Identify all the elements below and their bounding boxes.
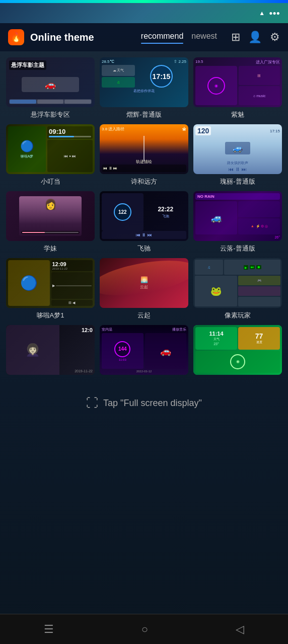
theme-item-10[interactable]: 🔵 12:09 2019-11-22 ▶ ⊞ ◀ 哆啦A梦 <box>6 258 95 320</box>
theme-item-3[interactable]: 19.5进入广深专区 ◉ ⊞ ♫ music <box>193 57 282 119</box>
theme-label-7: 学妹 <box>44 244 57 253</box>
theme-label-8: 飞驰 <box>137 244 151 253</box>
theme-thumbnail-15: 11:14 天气 23° 77 速度 ◉ <box>193 325 282 375</box>
theme-item-5[interactable]: 3.8 进入路径🛣 轨迹描绘 ⏮ ⏸ ⏭ 诗和远方 <box>100 124 188 186</box>
fullscreen-icon: ⛶ <box>86 396 98 410</box>
bottom-nav: ☰ ○ ◁ <box>0 614 288 644</box>
theme-thumbnail-14: 室内温 播放音乐 144 11:03 🚗 2022-03-12 <box>100 325 188 375</box>
tab-newest[interactable]: newest <box>191 32 217 43</box>
theme-item-9[interactable]: NO RAIN 🚙 🔺 ⚡ ⚙ ◎ 26° 云落-普通版 <box>193 191 282 253</box>
theme-item-4[interactable]: 🔵 哆啦A梦 09:10 ⏮ ▶ ⏭ 小叮当 <box>6 124 95 186</box>
settings-icon[interactable]: ⚙ <box>270 31 280 44</box>
nav-menu-button[interactable]: ☰ <box>34 618 64 641</box>
theme-label-12: 像素玩家 <box>225 311 251 320</box>
theme-item-1[interactable]: 悬浮车影主题 🚗 悬浮车影专区 <box>6 57 95 119</box>
theme-thumbnail-5: 3.8 进入路径🛣 轨迹描绘 ⏮ ⏸ ⏭ <box>100 124 188 174</box>
theme-inner-1: 悬浮车影主题 🚗 <box>6 57 95 107</box>
theme-item-6[interactable]: 120 17:15 🚙 路女孩的歌声 ⏮ ⏸ ⏭ 瑰丽-普通版 <box>193 124 282 186</box>
grid-icon[interactable]: ⊞ <box>231 31 240 44</box>
app-logo: 🔥 <box>8 29 24 45</box>
theme-thumbnail-13: 👩‍🦱 12:0 2019-11-22 <box>6 325 95 375</box>
nav-home-button[interactable]: ○ <box>131 618 158 641</box>
theme-thumbnail-6: 120 17:15 🚙 路女孩的歌声 ⏮ ⏸ ⏭ <box>193 124 282 174</box>
theme-thumbnail-11: 🌅 云起 <box>100 258 188 308</box>
theme-thumbnail-7: 👩 <box>6 191 95 241</box>
theme-thumbnail-9: NO RAIN 🚙 🔺 ⚡ ⚙ ◎ 26° <box>193 191 282 241</box>
header: 🔥 Online theme recommend newest ⊞ 👤 ⚙ <box>0 23 288 51</box>
theme-thumbnail-2: 28.5℃⇧ 2.25 ☁ 天气 ♫ 17:15 <box>100 57 188 107</box>
theme-thumbnail-1: 悬浮车影主题 🚗 <box>6 57 95 107</box>
theme-thumbnail-12: ♫ ▶ ⏭ ⏹ 🐸 🎮 <box>193 258 282 308</box>
theme-label-1: 悬浮车影专区 <box>31 110 70 119</box>
theme-label-6: 瑰丽-普通版 <box>220 177 255 186</box>
theme-item-15[interactable]: 11:14 天气 23° 77 速度 ◉ <box>193 325 282 378</box>
status-icons: ▲ ●●● <box>259 10 280 17</box>
fullscreen-prompt[interactable]: ⛶ Tap "Full screen display" <box>0 384 288 422</box>
theme-thumbnail-10: 🔵 12:09 2019-11-22 ▶ ⊞ ◀ <box>6 258 95 308</box>
user-icon[interactable]: 👤 <box>248 31 262 44</box>
theme-label-5: 诗和远方 <box>131 177 157 186</box>
theme-item-13[interactable]: 👩‍🦱 12:0 2019-11-22 <box>6 325 95 378</box>
theme-thumbnail-8: 122 22:22 飞驰 ⏮ ⏸ ⏭ <box>100 191 188 241</box>
fullscreen-text: Tap "Full screen display" <box>103 398 202 409</box>
theme-label-11: 云起 <box>137 311 151 320</box>
theme-thumbnail-4: 🔵 哆啦A梦 09:10 ⏮ ▶ ⏭ <box>6 124 95 174</box>
header-tabs: recommend newest <box>141 32 217 43</box>
theme-label-3: 紫魅 <box>231 110 244 119</box>
theme-thumbnail-3: 19.5进入广深专区 ◉ ⊞ ♫ music <box>193 57 282 107</box>
nav-back-button[interactable]: ◁ <box>226 618 254 641</box>
app-title: Online theme <box>30 32 94 43</box>
theme-item-11[interactable]: 🌅 云起 云起 <box>100 258 188 320</box>
logo-icon: 🔥 <box>11 32 22 43</box>
theme-label-9: 云落-普通版 <box>220 244 255 253</box>
scroll-area: 悬浮车影主题 🚗 悬浮车影专区 <box>0 51 288 462</box>
tab-recommend[interactable]: recommend <box>141 32 183 43</box>
theme-label-2: 熠辉-普通版 <box>126 110 161 119</box>
theme-label-4: 小叮当 <box>41 177 60 186</box>
header-icons: ⊞ 👤 ⚙ <box>231 31 280 44</box>
theme-item-7[interactable]: 👩 学妹 <box>6 191 95 253</box>
theme-item-12[interactable]: ♫ ▶ ⏭ ⏹ 🐸 🎮 <box>193 258 282 320</box>
status-bar: ▲ ●●● <box>0 3 288 23</box>
wifi-icon: ▲ <box>259 10 265 17</box>
theme-item-8[interactable]: 122 22:22 飞驰 ⏮ ⏸ ⏭ 飞驰 <box>100 191 188 253</box>
signal-icon: ●●● <box>269 10 280 17</box>
theme-grid: 悬浮车影主题 🚗 悬浮车影专区 <box>0 51 288 384</box>
theme-item-2[interactable]: 28.5℃⇧ 2.25 ☁ 天气 ♫ 17:15 <box>100 57 188 119</box>
theme-item-14[interactable]: 室内温 播放音乐 144 11:03 🚗 2022-03-12 <box>100 325 188 378</box>
theme-label-10: 哆啦A梦1 <box>37 311 64 320</box>
